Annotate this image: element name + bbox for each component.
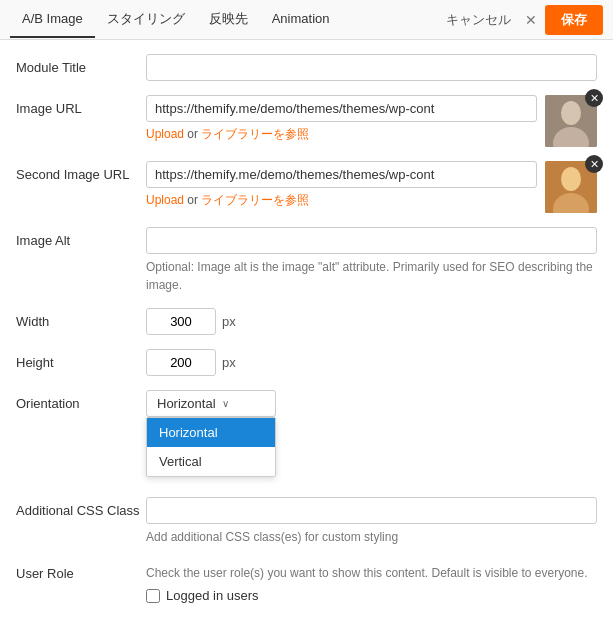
orientation-label: Orientation [16,390,146,411]
image-url-close-button[interactable]: ✕ [585,89,603,107]
width-unit: px [222,314,236,329]
save-button[interactable]: 保存 [545,5,603,35]
second-image-url-content: Upload or ライブラリーを参照 ✕ [146,161,597,213]
image-url-upload-link[interactable]: Upload [146,127,184,141]
user-role-row: User Role Check the user role(s) you wan… [16,560,597,603]
second-image-url-library-link[interactable]: ライブラリーを参照 [201,193,309,207]
form-body: Module Title Image URL Upload or ライブラリーを… [0,40,613,631]
image-alt-input[interactable] [146,227,597,254]
width-row: Width px [16,308,597,335]
width-px-wrap: px [146,308,597,335]
logged-in-users-checkbox-label[interactable]: Logged in users [146,588,597,603]
orientation-option-vertical[interactable]: Vertical [147,447,275,476]
close-icon-2: ✕ [590,159,599,170]
second-image-url-label: Second Image URL [16,161,146,182]
or-text-2: or [184,193,201,207]
image-url-input-row: Upload or ライブラリーを参照 ✕ [146,95,597,147]
cancel-x-icon: ✕ [525,12,537,28]
image-alt-content: Optional: Image alt is the image "alt" a… [146,227,597,294]
width-content: px [146,308,597,335]
second-image-url-close-button[interactable]: ✕ [585,155,603,173]
image-url-upload-line: Upload or ライブラリーを参照 [146,126,537,143]
height-input[interactable] [146,349,216,376]
additional-css-helper: Add additional CSS class(es) for custom … [146,528,597,546]
height-row: Height px [16,349,597,376]
additional-css-row: Additional CSS Class Add additional CSS … [16,497,597,546]
header: A/B Image スタイリング 反映先 Animation キャンセル ✕ 保… [0,0,613,40]
tab-ab-image[interactable]: A/B Image [10,1,95,38]
image-url-input[interactable] [146,95,537,122]
orientation-dropdown-menu: Horizontal Vertical [146,417,276,477]
cancel-button[interactable]: キャンセル [440,7,517,33]
second-image-url-thumbnail-wrap: ✕ [545,161,597,213]
module-title-input[interactable] [146,54,597,81]
chevron-down-icon: ∨ [222,398,229,409]
logged-in-users-label: Logged in users [166,588,259,603]
image-url-library-link[interactable]: ライブラリーを参照 [201,127,309,141]
orientation-content: Horizontal ∨ Horizontal Vertical [146,390,597,417]
orientation-select-button[interactable]: Horizontal ∨ [146,390,276,417]
image-url-content: Upload or ライブラリーを参照 ✕ [146,95,597,147]
image-url-thumbnail-wrap: ✕ [545,95,597,147]
user-role-helper: Check the user role(s) you want to show … [146,564,597,582]
tab-haneisakis[interactable]: 反映先 [197,0,260,40]
image-alt-label: Image Alt [16,227,146,248]
image-url-input-wrap: Upload or ライブラリーを参照 [146,95,537,143]
orientation-row: Orientation Horizontal ∨ Horizontal Vert… [16,390,597,417]
tab-animation[interactable]: Animation [260,1,342,38]
second-image-url-input[interactable] [146,161,537,188]
image-alt-helper: Optional: Image alt is the image "alt" a… [146,258,597,294]
second-image-url-upload-link[interactable]: Upload [146,193,184,207]
or-text-1: or [184,127,201,141]
height-content: px [146,349,597,376]
additional-css-label: Additional CSS Class [16,497,146,518]
width-label: Width [16,308,146,329]
module-title-row: Module Title [16,54,597,81]
close-icon-1: ✕ [590,93,599,104]
additional-css-content: Add additional CSS class(es) for custom … [146,497,597,546]
module-title-content [146,54,597,81]
second-image-url-upload-line: Upload or ライブラリーを参照 [146,192,537,209]
image-alt-row: Image Alt Optional: Image alt is the ima… [16,227,597,294]
orientation-dropdown-wrap: Horizontal ∨ Horizontal Vertical [146,390,276,417]
user-role-content: Check the user role(s) you want to show … [146,560,597,603]
tab-styling[interactable]: スタイリング [95,0,197,40]
height-label: Height [16,349,146,370]
width-input[interactable] [146,308,216,335]
height-unit: px [222,355,236,370]
user-role-label: User Role [16,560,146,581]
svg-point-1 [561,101,581,125]
second-image-url-input-row: Upload or ライブラリーを参照 ✕ [146,161,597,213]
orientation-option-horizontal[interactable]: Horizontal [147,418,275,447]
module-title-label: Module Title [16,54,146,75]
height-px-wrap: px [146,349,597,376]
image-url-label: Image URL [16,95,146,116]
image-url-row: Image URL Upload or ライブラリーを参照 [16,95,597,147]
second-image-url-input-wrap: Upload or ライブラリーを参照 [146,161,537,209]
header-actions: キャンセル ✕ 保存 [440,5,603,35]
additional-css-input[interactable] [146,497,597,524]
orientation-selected-value: Horizontal [157,396,216,411]
svg-point-4 [561,167,581,191]
logged-in-users-checkbox[interactable] [146,589,160,603]
second-image-url-row: Second Image URL Upload or ライブラリーを参照 [16,161,597,213]
